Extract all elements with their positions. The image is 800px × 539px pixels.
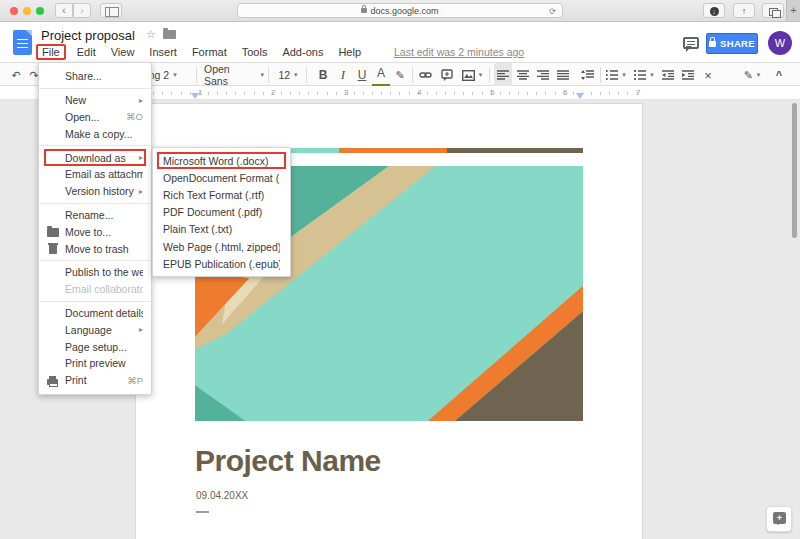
file-menu-publish-to-web[interactable]: Publish to the web... xyxy=(39,264,151,281)
menu-separator xyxy=(39,203,151,204)
lock-icon xyxy=(709,41,716,47)
last-edit-link[interactable]: Last edit was 2 minutes ago xyxy=(394,46,524,58)
downloads-button[interactable]: ↓ xyxy=(703,3,725,18)
explore-button[interactable]: + xyxy=(766,506,792,532)
submenu-epub[interactable]: EPUB Publication (.epub) xyxy=(153,255,290,272)
submenu-web-page[interactable]: Web Page (.html, zipped) xyxy=(153,238,290,255)
increase-indent-icon[interactable] xyxy=(679,63,697,87)
insert-link-icon[interactable] xyxy=(416,63,434,87)
minimize-window-button[interactable] xyxy=(23,7,31,15)
menu-format[interactable]: Format xyxy=(192,46,227,58)
download-as-submenu: Microsoft Word (.docx) OpenDocument Form… xyxy=(152,147,291,277)
submenu-opendocument[interactable]: OpenDocument Format (.odt) xyxy=(153,169,290,186)
close-window-button[interactable] xyxy=(10,7,18,15)
address-bar[interactable]: docs.google.com ⟳ xyxy=(237,3,563,18)
submenu-plain-text[interactable]: Plain Text (.txt) xyxy=(153,221,290,238)
menu-separator xyxy=(39,260,151,261)
file-menu-version-history[interactable]: Version history▸ xyxy=(39,183,151,200)
ruler-number: 6 xyxy=(563,88,567,97)
align-left-icon[interactable] xyxy=(494,63,512,87)
file-menu-open[interactable]: Open...⌘O xyxy=(39,109,151,126)
italic-button[interactable]: I xyxy=(334,63,352,87)
printer-icon xyxy=(47,379,58,385)
reload-icon[interactable]: ⟳ xyxy=(549,7,556,16)
numbered-list-icon[interactable]: • ▾ xyxy=(604,63,628,87)
ruler-number: 4 xyxy=(417,88,421,97)
underline-button[interactable]: U xyxy=(353,63,371,87)
downloads-icon: ↓ xyxy=(710,7,719,16)
align-center-icon[interactable] xyxy=(514,63,532,87)
font-dropdown[interactable]: Open Sans ▾ xyxy=(204,63,264,87)
file-menu-document-details[interactable]: Document details... xyxy=(39,305,151,322)
file-menu-move-to[interactable]: Move to... xyxy=(39,223,151,240)
menu-tools[interactable]: Tools xyxy=(242,46,268,58)
tab-overview-button[interactable] xyxy=(762,3,784,18)
submenu-arrow-icon: ▸ xyxy=(139,153,143,162)
menu-separator xyxy=(39,145,151,146)
submenu-microsoft-word[interactable]: Microsoft Word (.docx) xyxy=(157,152,286,169)
collapse-toolbar-icon[interactable]: ^ xyxy=(770,63,788,87)
file-menu-page-setup[interactable]: Page setup... xyxy=(39,338,151,355)
browser-forward-button[interactable]: › xyxy=(73,3,91,18)
file-menu-print[interactable]: Print⌘P xyxy=(39,372,151,389)
ruler-number: 5 xyxy=(490,88,494,97)
file-menu-download-as[interactable]: Download as▸ xyxy=(44,149,146,166)
text-color-button[interactable]: A xyxy=(372,63,390,87)
file-menu-email-as-attachment[interactable]: Email as attachment... xyxy=(39,166,151,183)
file-menu-make-a-copy[interactable]: Make a copy... xyxy=(39,125,151,142)
menu-insert[interactable]: Insert xyxy=(149,46,177,58)
submenu-arrow-icon: ▸ xyxy=(139,96,143,105)
bold-button[interactable]: B xyxy=(314,63,332,87)
chevron-down-icon: ▾ xyxy=(757,71,761,79)
vertical-scrollbar[interactable] xyxy=(792,103,797,238)
comments-icon[interactable] xyxy=(683,37,699,49)
chevron-down-icon: ▾ xyxy=(173,71,177,79)
font-size-dropdown[interactable]: 12 ▾ xyxy=(274,63,302,87)
ruler-number: 3 xyxy=(344,88,348,97)
document-title-field[interactable]: Project proposal xyxy=(41,28,135,43)
undo-button[interactable]: ↶ xyxy=(8,63,24,87)
file-menu-move-to-trash[interactable]: Move to trash xyxy=(39,240,151,257)
editing-mode-dropdown[interactable]: ✎ ▾ xyxy=(740,63,764,87)
url-text: docs.google.com xyxy=(370,6,438,16)
ruler-number: 7 xyxy=(636,88,640,97)
menu-file[interactable]: File xyxy=(36,44,66,60)
menu-edit[interactable]: Edit xyxy=(77,46,96,58)
align-right-icon[interactable] xyxy=(534,63,552,87)
project-date[interactable]: 09.04.20XX xyxy=(196,490,248,501)
zoom-window-button[interactable] xyxy=(36,7,44,15)
submenu-arrow-icon: ▸ xyxy=(139,187,143,196)
google-docs-icon[interactable] xyxy=(13,30,32,55)
share-button[interactable]: SHARE xyxy=(706,33,758,54)
avatar[interactable]: W xyxy=(768,31,792,55)
add-comment-icon[interactable] xyxy=(438,63,456,87)
project-name-heading[interactable]: Project Name xyxy=(195,444,381,478)
browser-toolbar: ‹ › docs.google.com ⟳ ↓ ↑ + xyxy=(0,0,800,22)
move-folder-icon[interactable] xyxy=(163,30,176,39)
new-tab-button[interactable]: + xyxy=(786,0,800,21)
pencil-icon: ✎ xyxy=(744,69,753,82)
menu-help[interactable]: Help xyxy=(338,46,361,58)
bulleted-list-icon[interactable]: ▾ xyxy=(632,63,656,87)
browser-share-button[interactable]: ↑ xyxy=(733,3,755,18)
decrease-indent-icon[interactable] xyxy=(659,63,677,87)
submenu-rich-text[interactable]: Rich Text Format (.rtf) xyxy=(153,186,290,203)
line-spacing-icon[interactable] xyxy=(578,63,596,87)
file-menu-share[interactable]: Share... xyxy=(39,68,151,85)
menu-view[interactable]: View xyxy=(111,46,135,58)
file-menu-new[interactable]: New▸ xyxy=(39,92,151,109)
menu-addons[interactable]: Add-ons xyxy=(282,46,323,58)
paint-format-icon[interactable]: ✎ xyxy=(392,63,408,87)
file-menu-language[interactable]: Language▸ xyxy=(39,321,151,338)
file-menu-rename[interactable]: Rename... xyxy=(39,207,151,224)
sidebar-toggle-button[interactable] xyxy=(100,3,122,18)
submenu-pdf[interactable]: PDF Document (.pdf) xyxy=(153,204,290,221)
file-menu-print-preview[interactable]: Print preview xyxy=(39,355,151,372)
menu-separator xyxy=(39,88,151,89)
justify-icon[interactable] xyxy=(554,63,572,87)
insert-image-icon[interactable]: ▾ xyxy=(460,63,484,87)
lock-icon xyxy=(361,8,367,13)
clear-formatting-icon[interactable]: × xyxy=(699,63,717,87)
star-icon[interactable]: ☆ xyxy=(146,28,156,41)
browser-back-button[interactable]: ‹ xyxy=(55,3,73,18)
